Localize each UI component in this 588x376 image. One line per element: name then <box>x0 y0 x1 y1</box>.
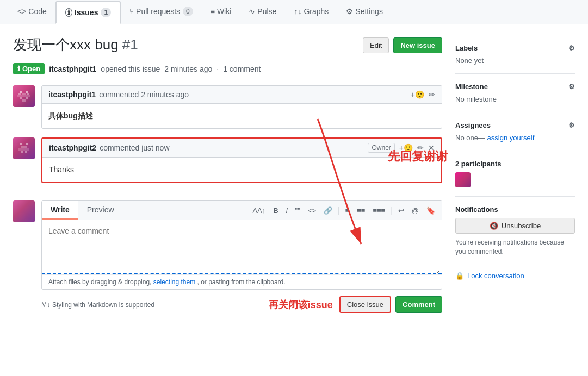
toolbar-ordered-list[interactable]: ≡≡ <box>355 205 367 216</box>
lock-icon: 🔒 <box>455 272 464 280</box>
nav-graphs[interactable]: ↑↓ Graphs <box>285 1 337 23</box>
toolbar-italic[interactable]: i <box>284 205 290 216</box>
comment-count: 1 comment <box>223 65 261 73</box>
compose-toolbar: AA↑ B i "" <> 🔗 | ≡ ≡≡ ≡≡≡ <box>246 201 442 220</box>
comment-author: itcastphpgit1 <box>48 90 96 99</box>
svg-rect-11 <box>21 146 27 148</box>
nav-pulse[interactable]: ∿ Pulse <box>240 1 285 23</box>
add-reaction-icon[interactable]: +🙂 <box>411 90 424 99</box>
assignees-gear-icon[interactable]: ⚙ <box>568 121 575 129</box>
comment-header: itcastphpgit1 commented 2 minutes ago +🙂… <box>42 86 442 104</box>
new-issue-button[interactable]: New issue <box>393 37 442 53</box>
tab-preview[interactable]: Preview <box>78 201 123 220</box>
toolbar-divider-1: | <box>338 206 340 215</box>
svg-rect-1 <box>26 91 28 93</box>
notifications-header: Notifications <box>455 205 575 214</box>
sidebar: Labels ⚙ None yet Milestone ⚙ No milesto… <box>455 35 575 319</box>
sidebar-assignees: Assignees ⚙ No one— assign yourself <box>455 112 575 151</box>
svg-rect-7 <box>26 97 28 99</box>
nav-code[interactable]: <> Code <box>9 1 55 23</box>
header-actions: Edit New issue <box>363 37 442 53</box>
comment-body-2: Thanks <box>42 158 441 182</box>
comment-row-2: itcastphpgit2 commented just now Owner +… <box>13 137 442 183</box>
comment-box: itcastphpgit1 commented 2 minutes ago +🙂… <box>41 85 442 129</box>
sidebar-notifications: Notifications 🔇 Unsubscribe You're recei… <box>455 197 575 265</box>
comment-row: itcastphpgit1 commented 2 minutes ago +🙂… <box>13 85 442 129</box>
comment-button[interactable]: Comment <box>395 296 442 313</box>
open-badge: ℹ Open <box>13 63 45 74</box>
toolbar-heading[interactable]: AA↑ <box>250 205 268 216</box>
comment-input[interactable] <box>42 220 442 274</box>
unsubscribe-icon: 🔇 <box>490 222 498 230</box>
delete-comment-icon[interactable]: ✕ <box>428 143 435 152</box>
avatar <box>13 85 35 107</box>
markdown-icon: M↓ <box>41 301 50 309</box>
issue-time: 2 minutes ago <box>164 65 212 73</box>
comment-body: 具体bug描述 <box>42 104 442 128</box>
edit-comment-icon-2[interactable]: ✏ <box>417 143 424 152</box>
avatar-pattern-svg-2 <box>16 141 32 156</box>
issues-icon: ℹ <box>65 8 72 17</box>
labels-header: Labels ⚙ <box>455 44 575 52</box>
toolbar-code[interactable]: <> <box>306 205 318 216</box>
tab-write[interactable]: Write <box>42 201 78 220</box>
comment-header-right: +🙂 ✏ <box>411 90 435 99</box>
toolbar-task-list[interactable]: ≡≡≡ <box>370 205 387 216</box>
milestone-gear-icon[interactable]: ⚙ <box>568 83 575 91</box>
compose-area: Write Preview AA↑ B i "" <box>13 200 442 319</box>
unsubscribe-button[interactable]: 🔇 Unsubscribe <box>455 218 575 234</box>
markdown-note: M↓ Styling with Markdown is supported <box>41 301 154 309</box>
comment-content: 具体bug描述 <box>48 110 435 122</box>
issue-meta: ℹ Open itcastphpgit1 opened this issue 2… <box>13 63 442 74</box>
code-icon: <> <box>17 7 26 16</box>
toolbar-quote[interactable]: "" <box>293 205 302 216</box>
toolbar-at[interactable]: @ <box>410 205 421 216</box>
svg-rect-5 <box>17 95 30 97</box>
issue-author: itcastphpgit1 <box>49 65 96 73</box>
toolbar-bold[interactable]: B <box>271 205 280 216</box>
labels-gear-icon[interactable]: ⚙ <box>568 44 575 52</box>
svg-rect-3 <box>22 93 26 95</box>
no-one-text: No one— <box>455 134 485 142</box>
compose-tabs: Write Preview AA↑ B i "" <box>42 201 442 220</box>
footer-buttons: 再关闭该issue Close issue Comment <box>269 296 442 313</box>
comment-dot: · <box>216 65 219 73</box>
issue-number: #1 <box>122 36 138 53</box>
owner-badge: Owner <box>368 143 394 153</box>
sidebar-labels: Labels ⚙ None yet <box>455 35 575 74</box>
avatar-pattern-svg <box>16 89 32 104</box>
svg-rect-14 <box>25 151 27 153</box>
svg-rect-10 <box>26 143 28 145</box>
toolbar-spacer <box>123 201 246 220</box>
compose-row: Write Preview AA↑ B i "" <box>13 200 442 319</box>
add-reaction-icon-2[interactable]: +🙂 <box>399 143 413 152</box>
svg-rect-4 <box>27 93 29 95</box>
edit-comment-icon[interactable]: ✏ <box>429 90 435 99</box>
assignees-value: No one— assign yourself <box>455 134 575 142</box>
milestone-header: Milestone ⚙ <box>455 83 575 91</box>
edit-button[interactable]: Edit <box>363 37 389 53</box>
nav-pull-requests[interactable]: ⑂ Pull requests 0 <box>121 0 202 24</box>
comment-header-right-2: Owner +🙂 ✏ ✕ <box>368 143 435 153</box>
svg-rect-12 <box>18 148 29 151</box>
labels-value: None yet <box>455 57 575 65</box>
nav-wiki[interactable]: ≡ Wiki <box>202 1 240 23</box>
comment-header-left: itcastphpgit1 commented 2 minutes ago <box>48 90 189 99</box>
nav-settings[interactable]: ⚙ Settings <box>337 1 392 23</box>
toolbar-mention[interactable]: ↩ <box>396 205 406 216</box>
pr-count: 0 <box>183 7 193 16</box>
participant-avatar-1 <box>455 172 471 187</box>
toolbar-link[interactable]: 🔗 <box>321 205 335 216</box>
toolbar-divider-2: | <box>391 206 393 215</box>
nav-issues[interactable]: ℹ Issues 1 <box>55 1 121 24</box>
compose-container: Write Preview AA↑ B i "" <box>41 200 442 319</box>
lock-conversation[interactable]: 🔒 Lock conversation <box>455 265 575 280</box>
compose-footer: M↓ Styling with Markdown is supported 再关… <box>41 290 442 319</box>
assign-yourself-link[interactable]: assign yourself <box>487 134 535 142</box>
close-issue-button[interactable]: Close issue <box>339 296 391 313</box>
comment-thread: itcastphpgit1 commented 2 minutes ago +🙂… <box>13 85 442 319</box>
svg-rect-0 <box>20 91 22 93</box>
toolbar-unordered-list[interactable]: ≡ <box>343 205 352 216</box>
selecting-them-link[interactable]: selecting them <box>153 278 195 286</box>
toolbar-bookmark[interactable]: 🔖 <box>424 205 437 216</box>
